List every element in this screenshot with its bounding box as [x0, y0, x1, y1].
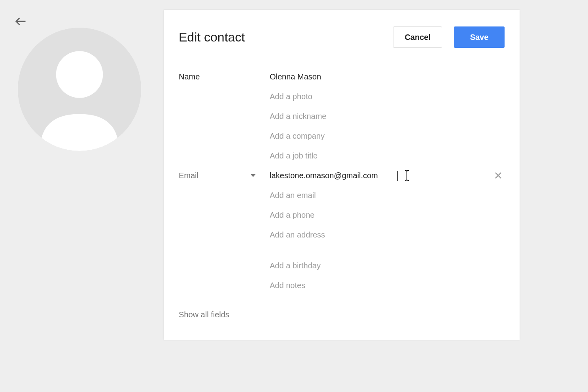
email-label: Email: [179, 171, 199, 180]
add-company-row: Add a company: [179, 126, 505, 146]
add-notes-row: Add notes: [179, 275, 505, 295]
add-jobtitle-row: Add a job title: [179, 146, 505, 166]
clear-email-button[interactable]: [494, 172, 502, 179]
add-nickname-link[interactable]: Add a nickname: [270, 112, 326, 121]
text-caret: [397, 171, 398, 181]
name-row: Name: [179, 67, 505, 87]
arrow-left-icon: [15, 15, 26, 27]
show-all-fields-link[interactable]: Show all fields: [179, 310, 229, 319]
add-notes-link[interactable]: Add notes: [270, 281, 305, 290]
add-address-row: Add an address: [179, 225, 505, 245]
add-photo-link[interactable]: Add a photo: [270, 92, 312, 101]
add-email-link[interactable]: Add an email: [270, 191, 316, 200]
name-label: Name: [179, 72, 200, 81]
add-company-link[interactable]: Add a company: [270, 132, 325, 141]
add-address-link[interactable]: Add an address: [270, 230, 325, 239]
add-birthday-link[interactable]: Add a birthday: [270, 261, 321, 270]
svg-point-2: [56, 51, 103, 98]
panel-header: Edit contact Cancel Save: [179, 26, 505, 48]
add-phone-link[interactable]: Add a phone: [270, 211, 314, 220]
save-button[interactable]: Save: [454, 26, 505, 48]
add-jobtitle-link[interactable]: Add a job title: [270, 151, 318, 160]
add-nickname-row: Add a nickname: [179, 106, 505, 126]
cancel-button[interactable]: Cancel: [393, 26, 442, 48]
avatar[interactable]: [18, 28, 141, 151]
page-title: Edit contact: [179, 30, 245, 45]
add-email-row: Add an email: [179, 185, 505, 205]
add-birthday-row: Add a birthday: [179, 256, 505, 275]
close-icon: [494, 172, 502, 179]
add-photo-row: Add a photo: [179, 87, 505, 106]
email-input[interactable]: [270, 171, 505, 180]
email-row: Email: [179, 166, 505, 185]
name-input[interactable]: [270, 72, 505, 81]
email-type-dropdown[interactable]: [251, 174, 255, 177]
add-phone-row: Add a phone: [179, 205, 505, 225]
person-icon: [18, 28, 141, 151]
action-buttons: Cancel Save: [393, 26, 505, 48]
back-button[interactable]: [13, 14, 28, 28]
edit-contact-panel: Edit contact Cancel Save Name Add a phot…: [164, 10, 520, 340]
